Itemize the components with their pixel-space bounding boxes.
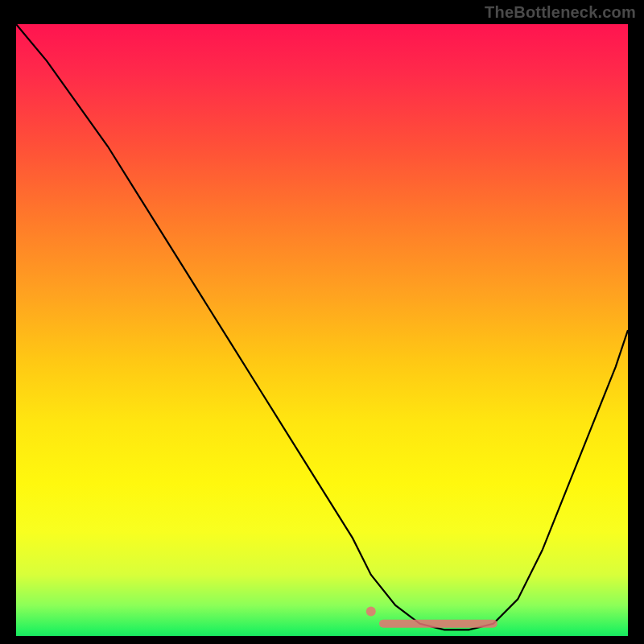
optimal-point-marker: [366, 607, 376, 617]
bottleneck-curve: [16, 24, 628, 630]
chart-svg: [16, 24, 628, 636]
watermark-text: TheBottleneck.com: [485, 3, 636, 22]
plot-area: [16, 24, 628, 636]
chart-stage: TheBottleneck.com: [0, 0, 644, 644]
